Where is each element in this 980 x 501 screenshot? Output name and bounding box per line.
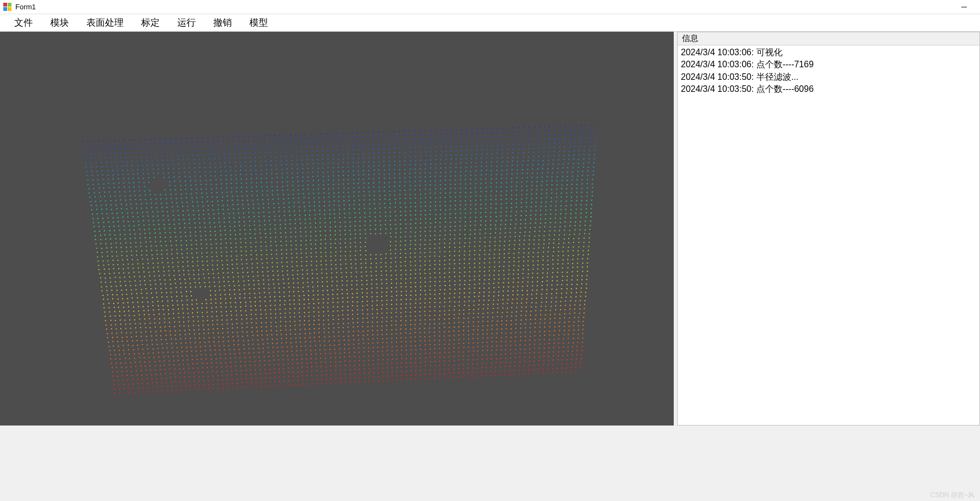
log-entry: 2024/3/4 10:03:50: 半径滤波...: [680, 71, 977, 83]
svg-rect-3: [8, 7, 11, 11]
menu-file[interactable]: 文件: [5, 14, 42, 31]
menu-surface[interactable]: 表面处理: [78, 14, 132, 31]
info-panel: 信息 2024/3/4 10:03:06: 可视化 2024/3/4 10:03…: [677, 32, 980, 426]
info-panel-header: 信息: [678, 32, 979, 45]
log-list[interactable]: 2024/3/4 10:03:06: 可视化 2024/3/4 10:03:06…: [678, 45, 979, 97]
menu-model[interactable]: 模型: [241, 14, 277, 31]
window-title: Form1: [15, 3, 36, 11]
app-icon: [3, 3, 12, 11]
menu-run[interactable]: 运行: [168, 14, 205, 31]
menubar: 文件 模块 表面处理 标定 运行 撤销 模型: [0, 14, 980, 32]
content-area: 信息 2024/3/4 10:03:06: 可视化 2024/3/4 10:03…: [0, 32, 980, 501]
menu-undo[interactable]: 撤销: [205, 14, 241, 31]
pointcloud-canvas[interactable]: [0, 32, 674, 426]
menu-calibrate[interactable]: 标定: [132, 14, 168, 31]
log-entry: 2024/3/4 10:03:06: 点个数----7169: [680, 59, 977, 71]
window-controls: [952, 0, 977, 14]
log-entry: 2024/3/4 10:03:50: 点个数----6096: [680, 83, 977, 95]
minimize-button[interactable]: [952, 0, 977, 14]
titlebar: Form1: [0, 0, 980, 14]
svg-rect-1: [8, 3, 11, 7]
svg-rect-0: [3, 3, 7, 7]
viewport-3d[interactable]: [0, 32, 674, 426]
svg-rect-2: [3, 7, 7, 11]
menu-module[interactable]: 模块: [42, 14, 78, 31]
log-entry: 2024/3/4 10:03:06: 可视化: [680, 46, 977, 59]
